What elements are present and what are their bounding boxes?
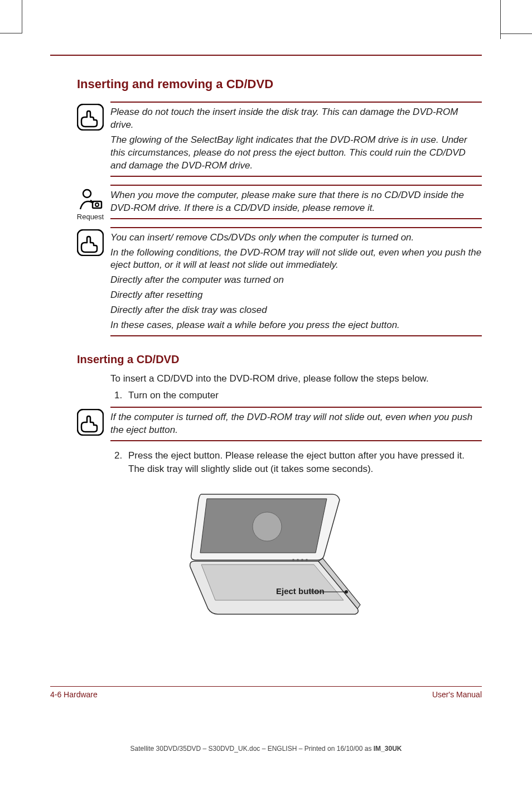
- step-1: Turn on the computer: [125, 389, 482, 402]
- callout-text: The glowing of the SelectBay light indic…: [110, 134, 482, 172]
- print-line: Satellite 30DVD/35DVD – S30DVD_UK.doc – …: [0, 745, 532, 753]
- body-intro: To insert a CD/DVD into the DVD-ROM driv…: [110, 373, 482, 385]
- laptop-illustration: [185, 489, 374, 631]
- header-rule: [50, 55, 482, 56]
- rule: [110, 176, 482, 177]
- section-heading-2: Inserting a CD/DVD: [77, 353, 482, 366]
- svg-point-10: [301, 559, 303, 561]
- crop-mark-top-left: [0, 0, 22, 33]
- callout-text: Directly after the computer was turned o…: [110, 274, 482, 287]
- callout-text: In these cases, please wait a while befo…: [110, 319, 482, 332]
- steps-list-cont: Press the eject button. Please release t…: [110, 449, 482, 476]
- callout-note-3: If the computer is turned off, the DVD-R…: [77, 407, 482, 441]
- callout-text: Please do not touch the insert inside th…: [110, 106, 482, 132]
- svg-point-11: [306, 559, 308, 561]
- request-icon: [77, 187, 104, 214]
- section-heading-1: Inserting and removing a CD/DVD: [77, 77, 482, 91]
- callout-request: Request When you move the computer, plea…: [77, 185, 482, 219]
- rule: [110, 185, 482, 186]
- callout-note-2: You can insert/ remove CDs/DVDs only whe…: [77, 227, 482, 337]
- figure-eject-button: Eject button: [185, 489, 374, 631]
- callout-text: If the computer is turned off, the DVD-R…: [110, 411, 482, 437]
- rule: [110, 227, 482, 228]
- svg-point-6: [253, 512, 282, 541]
- callout-text: In the following conditions, the DVD-ROM…: [110, 247, 482, 272]
- page: Inserting and removing a CD/DVD Please d…: [0, 0, 532, 786]
- request-icon-label: Request: [74, 213, 107, 221]
- figure-label: Eject button: [276, 586, 325, 596]
- callout-text: When you move the computer, please make …: [110, 189, 482, 215]
- svg-rect-2: [93, 201, 101, 208]
- footer-rule: [50, 686, 482, 687]
- svg-point-1: [83, 190, 91, 197]
- footer-right: User's Manual: [432, 690, 482, 699]
- rule: [110, 440, 482, 441]
- print-line-bold: IM_30UK: [374, 745, 402, 753]
- rule: [110, 335, 482, 336]
- steps-list: Turn on the computer: [110, 389, 482, 402]
- svg-point-9: [297, 559, 299, 561]
- callout-text: Directly after the disk tray was closed: [110, 304, 482, 317]
- content-area: Inserting and removing a CD/DVD Please d…: [77, 77, 482, 631]
- step-2: Press the eject button. Please release t…: [125, 449, 482, 476]
- print-line-text: Satellite 30DVD/35DVD – S30DVD_UK.doc – …: [130, 745, 374, 753]
- rule: [110, 218, 482, 219]
- pointing-hand-icon: [77, 229, 104, 256]
- pointing-hand-icon: [77, 409, 104, 436]
- callout-text: Directly after resetting: [110, 289, 482, 302]
- crop-mark-top-right-h: [501, 33, 532, 34]
- pointing-hand-icon: [77, 104, 104, 131]
- rule: [110, 102, 482, 103]
- callout-note-1: Please do not touch the insert inside th…: [77, 102, 482, 177]
- callout-text: You can insert/ remove CDs/DVDs only whe…: [110, 232, 482, 244]
- footer-left: 4-6 Hardware: [50, 690, 98, 699]
- rule: [110, 407, 482, 408]
- footer: 4-6 Hardware User's Manual: [50, 690, 482, 699]
- svg-point-8: [292, 559, 294, 561]
